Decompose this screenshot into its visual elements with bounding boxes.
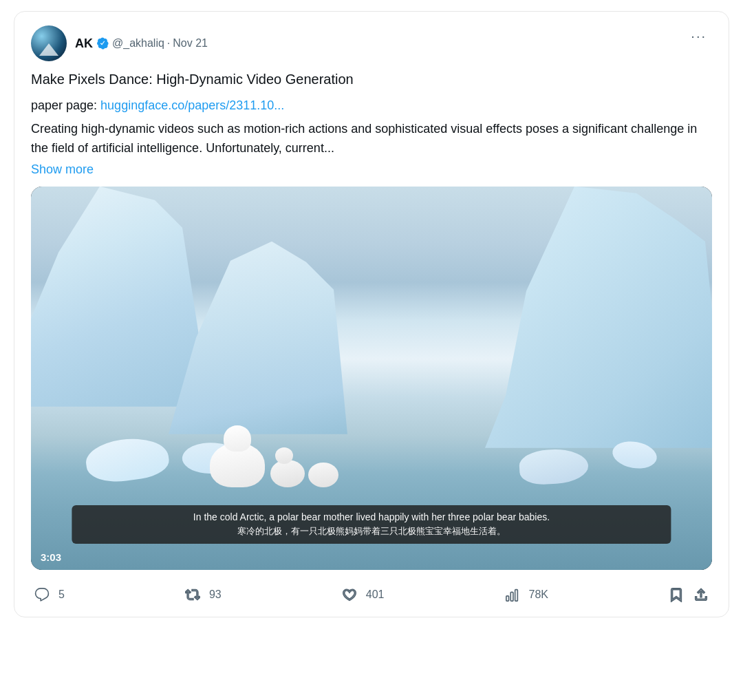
show-more-link[interactable]: Show more bbox=[31, 162, 94, 177]
retweet-count: 93 bbox=[209, 588, 222, 601]
svg-rect-1 bbox=[510, 592, 513, 601]
polar-bears bbox=[210, 443, 338, 487]
author-handle[interactable]: @_akhaliq · Nov 21 bbox=[112, 37, 208, 50]
tweet-card: AK @_akhaliq · Nov 21 ··· Make Pixels Da… bbox=[14, 11, 729, 617]
tweet-date: Nov 21 bbox=[173, 37, 208, 50]
tweet-paper-link: paper page: huggingface.co/papers/2311.1… bbox=[31, 98, 712, 113]
author-name[interactable]: AK bbox=[75, 36, 93, 51]
paper-prefix: paper page: bbox=[31, 98, 100, 112]
more-options-button[interactable]: ··· bbox=[685, 25, 712, 47]
views-icon bbox=[502, 584, 524, 606]
bookmark-action[interactable] bbox=[665, 584, 687, 606]
paper-link[interactable]: huggingface.co/papers/2311.10... bbox=[100, 98, 284, 112]
dot-separator: · bbox=[167, 37, 170, 50]
bear-cub-2 bbox=[308, 463, 338, 487]
svg-rect-2 bbox=[515, 589, 517, 601]
video-scene: In the cold Arctic, a polar bear mother … bbox=[31, 187, 712, 570]
svg-rect-0 bbox=[506, 595, 508, 600]
action-bar: 5 93 401 78K bbox=[31, 581, 712, 608]
views-count: 78K bbox=[529, 588, 548, 601]
retweet-action[interactable]: 93 bbox=[182, 584, 222, 606]
subtitle-bar: In the cold Arctic, a polar bear mother … bbox=[72, 505, 671, 544]
bookmark-icon bbox=[665, 584, 687, 606]
share-action[interactable] bbox=[690, 584, 712, 606]
tweet-header-left: AK @_akhaliq · Nov 21 bbox=[31, 25, 208, 61]
avatar[interactable] bbox=[31, 25, 67, 61]
bear-mother bbox=[210, 443, 265, 487]
like-count: 401 bbox=[366, 588, 385, 601]
like-icon bbox=[338, 584, 360, 606]
views-action[interactable]: 78K bbox=[502, 584, 548, 606]
glacier-left bbox=[31, 187, 210, 407]
verified-badge-icon bbox=[96, 36, 109, 50]
retweet-icon bbox=[182, 584, 204, 606]
reply-count: 5 bbox=[58, 588, 65, 601]
subtitle-english: In the cold Arctic, a polar bear mother … bbox=[83, 511, 660, 524]
tweet-body: Creating high-dynamic videos such as mot… bbox=[31, 120, 712, 158]
share-icon bbox=[690, 584, 712, 606]
video-duration: 3:03 bbox=[41, 551, 61, 563]
video-player[interactable]: In the cold Arctic, a polar bear mother … bbox=[31, 187, 712, 570]
like-action[interactable]: 401 bbox=[338, 584, 385, 606]
tweet-title: Make Pixels Dance: High-Dynamic Video Ge… bbox=[31, 70, 712, 89]
bear-cub-1 bbox=[270, 460, 305, 487]
subtitle-chinese: 寒冷的北极，有一只北极熊妈妈带着三只北极熊宝宝幸福地生活着。 bbox=[83, 525, 660, 538]
reply-action[interactable]: 5 bbox=[31, 584, 65, 606]
author-info: AK @_akhaliq · Nov 21 bbox=[75, 36, 208, 51]
tweet-header: AK @_akhaliq · Nov 21 ··· bbox=[31, 25, 712, 61]
right-actions bbox=[665, 584, 712, 606]
reply-icon bbox=[31, 584, 53, 606]
author-name-row: AK @_akhaliq · Nov 21 bbox=[75, 36, 208, 51]
